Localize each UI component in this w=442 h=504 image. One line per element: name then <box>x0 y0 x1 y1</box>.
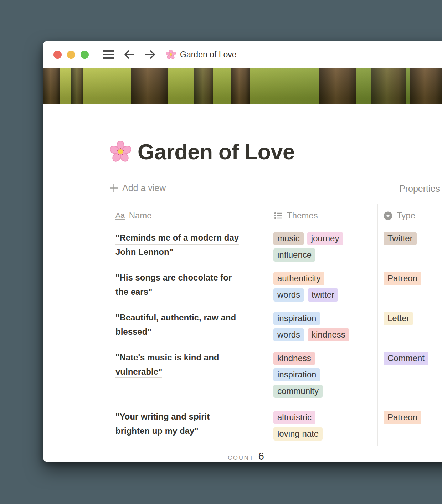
column-label: Name <box>129 211 152 221</box>
row-name-line: "Reminds me of a modern day <box>115 232 239 245</box>
theme-tag: journey <box>307 232 343 245</box>
theme-tag-line: altruistric <box>273 411 375 424</box>
view-toolbar: Add a view Properties <box>110 183 441 197</box>
type-tag: Twitter <box>384 232 417 245</box>
row-name-line: "Beautiful, authentic, raw and <box>115 312 236 324</box>
theme-tag-line: inspiration <box>273 368 375 381</box>
table-row: "Your writing and spiritbrighten up my d… <box>110 406 441 446</box>
cover-image <box>43 68 442 104</box>
zoom-window-button[interactable] <box>81 51 89 59</box>
themes-cell[interactable]: altruistricloving nate <box>268 406 378 446</box>
type-cell[interactable]: Letter <box>378 307 441 347</box>
count-value: 6 <box>258 451 264 462</box>
name-cell[interactable]: "Nate's music is kind andvulnerable" <box>110 347 268 406</box>
tree-trunk <box>410 68 442 104</box>
row-name-line: vulnerable" <box>115 366 162 379</box>
table-row: "Nate's music is kind andvulnerable" kin… <box>110 347 441 406</box>
theme-tag: loving nate <box>273 427 323 441</box>
back-arrow-icon[interactable] <box>124 49 135 60</box>
column-label: Type <box>397 211 415 221</box>
count-label: COUNT <box>228 454 254 461</box>
type-tag: Letter <box>384 312 413 325</box>
theme-tag-line: wordskindness <box>273 328 375 341</box>
theme-tag: authenticity <box>273 272 324 285</box>
themes-cell[interactable]: inspirationwordskindness <box>268 307 378 347</box>
table-row: "Reminds me of a modern dayJohn Lennon" … <box>110 227 441 267</box>
row-name-line: "Nate's music is kind and <box>115 352 219 364</box>
properties-button[interactable]: Properties <box>399 184 440 194</box>
table-header-row: Aa Name Themes Type <box>110 204 441 227</box>
column-header-name[interactable]: Aa Name <box>110 204 268 227</box>
theme-tag: community <box>273 385 323 398</box>
title-property-icon: Aa <box>115 211 125 220</box>
database-table: Aa Name Themes Type <box>110 204 441 462</box>
theme-tag: kindness <box>273 352 315 365</box>
theme-tag-line: influence <box>273 248 375 262</box>
menu-icon[interactable] <box>103 50 114 59</box>
table-row: "Beautiful, authentic, raw andblessed" i… <box>110 307 441 347</box>
theme-tag-line: loving nate <box>273 427 375 441</box>
theme-tag: words <box>273 328 304 341</box>
theme-tag: twitter <box>308 288 338 302</box>
type-cell[interactable]: Patreon <box>378 267 441 307</box>
tree-trunk <box>43 68 60 104</box>
theme-tag-line: musicjourney <box>273 232 375 245</box>
name-cell[interactable]: "Reminds me of a modern dayJohn Lennon" <box>110 227 268 267</box>
column-label: Themes <box>287 211 318 221</box>
theme-tag-line: kindness <box>273 352 375 365</box>
tree-trunk <box>194 68 213 104</box>
theme-tag-line: inspiration <box>273 312 375 325</box>
themes-cell[interactable]: authenticitywordstwitter <box>268 267 378 307</box>
multi-select-icon <box>274 211 283 220</box>
theme-tag: words <box>273 288 304 302</box>
page-header: Garden of Love <box>110 139 294 164</box>
column-header-type[interactable]: Type <box>378 204 441 227</box>
tree-trunk <box>371 68 406 104</box>
table-row: "His songs are chocolate forthe ears" au… <box>110 267 441 307</box>
theme-tag: altruistric <box>273 411 315 424</box>
tree-trunk <box>71 68 83 104</box>
theme-tag: inspiration <box>273 312 320 325</box>
tree-trunk <box>131 68 168 104</box>
type-cell[interactable]: Comment <box>378 347 441 406</box>
column-header-themes[interactable]: Themes <box>268 204 378 227</box>
theme-tag: inspiration <box>273 368 320 381</box>
row-name-line: "Your writing and spirit <box>115 411 210 423</box>
cherry-blossom-icon <box>166 50 176 60</box>
type-cell[interactable]: Twitter <box>378 227 441 267</box>
theme-tag-line: authenticity <box>273 272 375 285</box>
type-cell[interactable]: Patreon <box>378 406 441 446</box>
row-name-line: John Lennon" <box>115 246 173 259</box>
theme-tag: kindness <box>308 328 349 341</box>
count-calculation[interactable]: COUNT 6 <box>110 451 268 462</box>
row-name-line: "His songs are chocolate for <box>115 272 232 284</box>
name-cell[interactable]: "His songs are chocolate forthe ears" <box>110 267 268 307</box>
row-name-line: blessed" <box>115 326 151 339</box>
row-name-line: the ears" <box>115 286 152 299</box>
table-body: "Reminds me of a modern dayJohn Lennon" … <box>110 227 441 446</box>
name-cell[interactable]: "Your writing and spiritbrighten up my d… <box>110 406 268 446</box>
close-window-button[interactable] <box>53 51 62 59</box>
type-tag: Patreon <box>384 272 421 285</box>
row-name-line: brighten up my day" <box>115 425 199 438</box>
themes-cell[interactable]: musicjourneyinfluence <box>268 227 378 267</box>
tree-trunk <box>319 68 356 104</box>
theme-tag-line: wordstwitter <box>273 288 375 302</box>
type-tag: Comment <box>384 352 428 365</box>
page-title[interactable]: Garden of Love <box>138 139 294 164</box>
add-view-button[interactable]: Add a view <box>110 183 166 193</box>
themes-cell[interactable]: kindnessinspirationcommunity <box>268 347 378 406</box>
theme-tag: influence <box>273 248 315 262</box>
tree-trunk <box>231 68 250 104</box>
titlebar: Garden of Love <box>43 41 442 68</box>
add-view-label: Add a view <box>122 183 166 193</box>
page-icon-cherry-blossom[interactable] <box>110 141 131 163</box>
minimize-window-button[interactable] <box>67 51 75 59</box>
plus-icon <box>110 184 118 192</box>
table-footer: COUNT 6 <box>110 446 441 462</box>
select-icon <box>384 211 392 220</box>
theme-tag: music <box>273 232 304 245</box>
forward-arrow-icon[interactable] <box>144 49 156 60</box>
notion-window: Garden of Love <box>43 41 442 462</box>
name-cell[interactable]: "Beautiful, authentic, raw andblessed" <box>110 307 268 347</box>
